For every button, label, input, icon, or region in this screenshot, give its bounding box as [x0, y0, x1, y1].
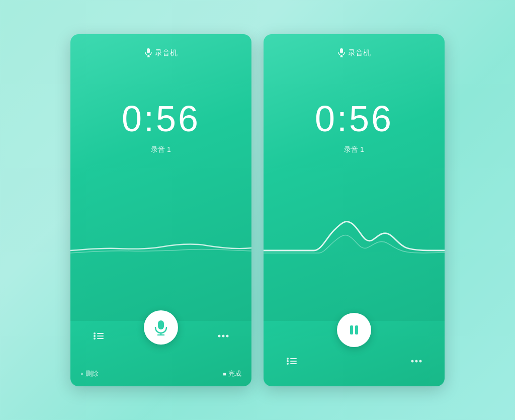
svg-point-4 [94, 335, 96, 337]
svg-rect-23 [290, 358, 297, 359]
finish-square-icon: ■ [223, 371, 226, 377]
svg-point-28 [419, 360, 422, 362]
svg-point-20 [287, 358, 289, 360]
left-bottom-bar: × 删除 ■ 完成 [70, 321, 251, 386]
svg-rect-19 [355, 325, 358, 334]
left-finish-label[interactable]: ■ 完成 [223, 369, 241, 378]
svg-rect-9 [158, 320, 164, 329]
right-timer: 0:56 [315, 98, 393, 139]
right-bottom-icons-row [264, 351, 445, 371]
left-top-bar: 录音机 [145, 48, 178, 58]
left-recording-name: 录音 1 [151, 145, 171, 154]
svg-point-22 [287, 363, 289, 365]
right-pause-button[interactable] [337, 313, 371, 347]
right-bottom-bar [264, 321, 445, 386]
right-waveform [264, 180, 445, 321]
right-bottom-inner [264, 326, 445, 378]
left-bottom-icons-row [70, 326, 251, 346]
svg-point-3 [94, 332, 96, 334]
svg-point-12 [218, 334, 221, 337]
pause-icon [348, 323, 361, 337]
svg-point-27 [415, 360, 418, 362]
left-record-button[interactable] [144, 310, 178, 345]
svg-rect-0 [147, 48, 150, 53]
svg-rect-8 [97, 338, 104, 339]
right-list-button[interactable] [282, 351, 302, 371]
left-list-button[interactable] [89, 326, 109, 346]
right-phone-card: 录音机 0:56 录音 1 [264, 34, 445, 386]
left-main-screen: 录音机 0:56 录音 1 [70, 34, 251, 321]
svg-point-14 [226, 334, 229, 337]
right-main-screen: 录音机 0:56 录音 1 [264, 34, 445, 321]
svg-rect-7 [97, 335, 104, 337]
left-bottom-labels-row: × 删除 ■ 完成 [70, 369, 251, 378]
left-waveform [70, 180, 251, 321]
svg-rect-6 [97, 333, 104, 334]
right-more-button[interactable] [406, 351, 426, 371]
right-app-title: 录音机 [348, 48, 371, 58]
delete-x-icon: × [80, 371, 83, 377]
right-recording-name: 录音 1 [344, 145, 364, 154]
svg-rect-24 [290, 361, 297, 362]
right-top-bar: 录音机 [338, 48, 371, 58]
left-phone-card: 录音机 0:56 录音 1 [70, 34, 251, 386]
left-app-title: 录音机 [155, 48, 178, 58]
mic-icon [153, 319, 169, 335]
svg-point-13 [222, 334, 225, 337]
mic-small-icon [145, 48, 152, 57]
svg-rect-18 [350, 325, 353, 334]
right-mic-small-icon [338, 48, 345, 57]
left-timer: 0:56 [122, 98, 200, 139]
svg-point-21 [287, 360, 289, 362]
svg-rect-15 [340, 48, 343, 53]
svg-point-5 [94, 338, 96, 340]
left-delete-label[interactable]: × 删除 [80, 369, 99, 378]
svg-point-26 [411, 360, 414, 362]
svg-rect-25 [290, 363, 297, 364]
left-more-button[interactable] [213, 326, 233, 346]
